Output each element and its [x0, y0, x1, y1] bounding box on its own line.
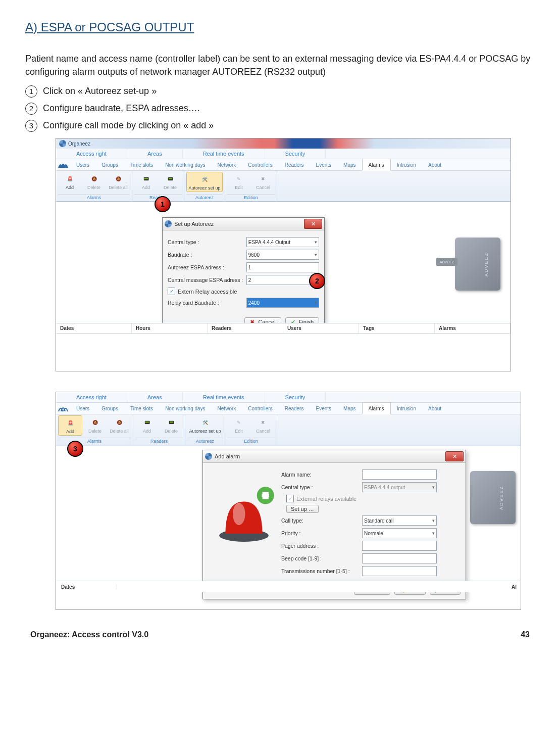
pager-address-input[interactable] — [362, 541, 437, 551]
titlebar: Organeez — [56, 138, 511, 149]
add2-button[interactable]: 📟Add — [134, 172, 158, 191]
nav-alarms[interactable]: Alarms — [362, 159, 391, 171]
nav2-events[interactable]: Events — [310, 403, 337, 414]
nav-events[interactable]: Events — [310, 159, 337, 170]
close-button-2[interactable]: ✕ — [445, 451, 464, 461]
nav2-alarms[interactable]: Alarms — [362, 402, 391, 414]
delete-button[interactable]: 🔕Delete — [82, 172, 106, 191]
nav2-maps[interactable]: Maps — [337, 403, 362, 414]
nav-controllers[interactable]: Controllers — [242, 159, 278, 170]
col-dates[interactable]: Dates — [56, 323, 132, 333]
nav-maps[interactable]: Maps — [337, 159, 362, 170]
cancel-button[interactable]: ✖Cancel — [251, 172, 275, 191]
toolbar-2: 🚨Add 🔕Delete 🔕Delete all Alarms 📟Add 📟De… — [56, 414, 521, 445]
toolbar: 🚨Add 🔕Delete 🔕Delete all Alarms 📟Add 📟De… — [56, 171, 511, 202]
col-alarms[interactable]: Alarms — [435, 323, 511, 333]
edit-button-2[interactable]: ✎Edit — [227, 415, 250, 435]
alarm-deleteall-icon-2: 🔕 — [113, 416, 125, 429]
close-button[interactable]: ✕ — [304, 219, 322, 229]
setup-button[interactable]: Set up … — [286, 505, 319, 513]
tab2-realtime[interactable]: Real time events — [183, 392, 265, 402]
transmissions-input[interactable] — [362, 566, 437, 576]
tab2-security[interactable]: Security — [265, 392, 326, 402]
delete-button-2[interactable]: 🔕Delete — [83, 415, 107, 436]
alarm-name-input[interactable] — [362, 469, 437, 480]
add-button-2[interactable]: 🚨Add — [58, 415, 82, 436]
nav2-users[interactable]: Users — [70, 403, 95, 414]
step-3-text: Configure call mode by clicking on « add… — [43, 120, 214, 130]
autoreez-setup-button[interactable]: 🛠️Autoreez set up — [186, 172, 223, 192]
tab2-areas[interactable]: Areas — [127, 392, 183, 402]
central-type-dropdown[interactable]: ESPA 4.4.4 Output — [246, 237, 319, 247]
nav-network[interactable]: Network — [212, 159, 242, 170]
nav-nonworkingdays[interactable]: Non working days — [159, 159, 211, 170]
baudrate-dropdown[interactable]: 9600 — [246, 250, 319, 260]
col-al-2[interactable]: Al — [507, 584, 521, 590]
col-dates-2[interactable]: Dates — [56, 584, 117, 590]
nav-strip-2: Users Groups Time slots Non working days… — [56, 403, 521, 414]
nav-groups[interactable]: Groups — [95, 159, 124, 170]
label-call-type: Call type: — [281, 517, 362, 524]
step-1: 1 Click on « Autoreez set-up » — [25, 85, 535, 98]
beep-code-input[interactable] — [362, 553, 437, 563]
nav2-intrusion[interactable]: Intrusion — [391, 403, 422, 414]
relay-baudrate-dropdown[interactable]: 2400 — [246, 298, 319, 308]
deleteall-button-2[interactable]: 🔕Delete all — [108, 415, 131, 436]
add2-button-2[interactable]: 📟Add — [135, 415, 159, 435]
nav2-controllers[interactable]: Controllers — [242, 403, 278, 414]
tab-realtime[interactable]: Real time events — [183, 149, 265, 159]
nav2-readers[interactable]: Readers — [279, 403, 310, 414]
add-button[interactable]: 🚨Add — [58, 172, 81, 191]
nav2-about[interactable]: About — [422, 403, 447, 414]
col-tags[interactable]: Tags — [359, 323, 435, 333]
delete2-button-2[interactable]: 📟Delete — [160, 415, 183, 435]
step-2-number: 2 — [25, 103, 37, 115]
step-3: 3 Configure call mode by clicking on « a… — [25, 120, 535, 132]
label-priority: Priority : — [281, 530, 362, 536]
edit-button[interactable]: ✎Edit — [227, 172, 250, 191]
nav-about[interactable]: About — [422, 159, 447, 170]
extern-relay-checkbox[interactable]: ✓ — [168, 288, 175, 295]
nav-timeslots[interactable]: Time slots — [124, 159, 159, 170]
device-image — [455, 238, 500, 291]
col-users[interactable]: Users — [283, 323, 359, 333]
nav2-nonworkingdays[interactable]: Non working days — [159, 403, 211, 414]
nav-users[interactable]: Users — [70, 159, 95, 170]
priority-dropdown[interactable]: Normale — [362, 528, 437, 538]
nav2-groups[interactable]: Groups — [95, 403, 124, 414]
central-espa-input[interactable]: 2 — [246, 275, 319, 285]
tab2-access-right[interactable]: Access right — [56, 392, 127, 402]
nav-intrusion[interactable]: Intrusion — [391, 159, 422, 170]
call-type-dropdown[interactable]: Standard call — [362, 515, 437, 526]
external-relays-checkbox[interactable]: ✓ — [286, 495, 294, 502]
alarm-delete-icon: 🔕 — [88, 173, 100, 185]
group-label-edition-2: Edition — [227, 438, 275, 445]
toolgroup-autoreez: 🛠️Autoreez set up Autoreez — [184, 171, 225, 201]
tab-access-right[interactable]: Access right — [56, 149, 127, 159]
svg-point-1 — [233, 503, 245, 525]
central-type-dropdown-2[interactable]: ESPA 4.4.4 output — [362, 482, 437, 492]
nav-readers[interactable]: Readers — [279, 159, 310, 170]
app-logo-icon — [59, 140, 66, 147]
page-footer: Organeez: Access control V3.0 43 — [25, 630, 535, 639]
cancel-icon: ✖ — [257, 173, 269, 185]
autoreez-espa-input[interactable]: 1 — [246, 262, 319, 272]
col-hours[interactable]: Hours — [132, 323, 208, 333]
nav2-timeslots[interactable]: Time slots — [124, 403, 159, 414]
alarm-add-icon-2: 🚨 — [64, 417, 76, 429]
label-baudrate: Baudrate : — [168, 252, 246, 258]
tab-security[interactable]: Security — [265, 149, 326, 159]
tab-areas[interactable]: Areas — [127, 149, 183, 159]
group-label-alarms: Alarms — [58, 194, 130, 201]
delete2-button[interactable]: 📟Delete — [159, 172, 182, 191]
autoreez-setup-button-2[interactable]: 🛠️Autoreez set up — [187, 415, 223, 435]
dialog2-titlebar: Add alarm ✕ — [203, 450, 466, 463]
col-readers[interactable]: Readers — [208, 323, 283, 333]
group-label-autoreez-2: Autoreez — [187, 438, 223, 445]
cancel-button-2[interactable]: ✖Cancel — [251, 415, 275, 435]
alarm-delete-icon-2: 🔕 — [89, 416, 101, 429]
dialog-titlebar: Set up Autoreez ✕ — [163, 218, 324, 230]
toolgroup2-readers: 📟Add 📟Delete Readers — [133, 414, 185, 445]
deleteall-button[interactable]: 🔕Delete all — [107, 172, 130, 191]
nav2-network[interactable]: Network — [212, 403, 242, 414]
